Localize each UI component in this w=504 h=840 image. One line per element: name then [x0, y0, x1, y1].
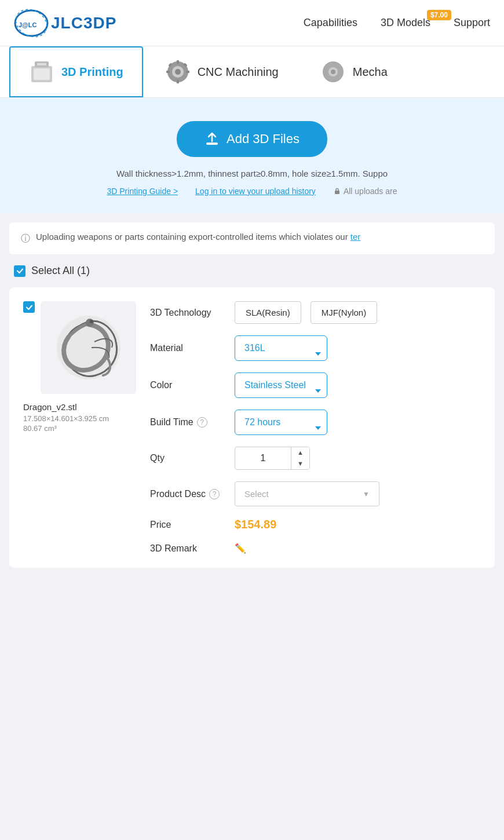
qty-label: Qty [150, 453, 225, 463]
product-desc-label: Product Desc ? [150, 489, 225, 499]
product-dimensions: 17.508×14.601×3.925 cm [23, 414, 109, 423]
qty-up-button[interactable]: ▲ [291, 447, 309, 458]
logo-area: J@LC JLC3DP [14, 7, 116, 39]
svg-rect-19 [206, 143, 218, 145]
upload-icon [204, 132, 220, 147]
nav-capabilities[interactable]: Capabilities [304, 17, 357, 29]
qty-control: 1 ▲ ▼ [235, 447, 310, 470]
logo-icon: J@LC [14, 7, 49, 39]
item-check-icon [25, 304, 33, 311]
build-time-select[interactable]: 72 hours [235, 410, 327, 435]
dragon-image [48, 307, 129, 388]
svg-point-9 [175, 69, 181, 75]
printing-guide-link[interactable]: 3D Printing Guide > [107, 187, 178, 196]
nav-models[interactable]: 3D Models [381, 17, 430, 28]
product-desc-help-icon[interactable]: ? [209, 489, 220, 499]
add-files-label: Add 3D Files [227, 132, 300, 147]
svg-text:J@LC: J@LC [19, 21, 37, 28]
material-dropdown-arrow [315, 352, 321, 356]
config-row-price: Price $154.89 [150, 518, 481, 531]
upload-links: 3D Printing Guide > Log in to view your … [107, 187, 397, 196]
upload-section: Add 3D Files Wall thickness>1.2mm, thinn… [0, 98, 504, 213]
tab-3d-printing-label: 3D Printing [61, 65, 123, 79]
config-row-technology: 3D Technology SLA(Resin) MJF(Nylon) [150, 301, 481, 324]
tab-cnc-machining[interactable]: CNC Machining [145, 46, 298, 97]
select-all-row: Select All (1) [0, 254, 504, 283]
nav-items: Capabilities 3D Models $7.00 Support [304, 17, 490, 29]
warning-icon: ⓘ [21, 233, 30, 245]
product-config: 3D Technology SLA(Resin) MJF(Nylon) Mate… [150, 301, 481, 554]
add-files-button[interactable]: Add 3D Files [177, 121, 327, 157]
color-label: Color [150, 380, 225, 390]
svg-point-18 [331, 70, 335, 74]
header: J@LC JLC3DP Capabilities 3D Models $7.00… [0, 0, 504, 46]
material-select[interactable]: 316L [235, 335, 327, 361]
svg-point-23 [90, 320, 93, 323]
product-volume: 80.67 cm³ [23, 424, 109, 433]
check-icon [16, 267, 24, 275]
product-card: Dragon_v2.stl 17.508×14.601×3.925 cm 80.… [9, 287, 495, 568]
svg-rect-10 [177, 60, 179, 64]
product-image-area [23, 301, 136, 394]
material-value: 316L [244, 343, 265, 353]
technology-label: 3D Technology [150, 308, 225, 318]
select-all-checkbox[interactable] [14, 265, 25, 277]
nav-badge: $7.00 [427, 10, 451, 20]
config-row-build-time: Build Time ? 72 hours [150, 410, 481, 435]
upload-history-link[interactable]: Log in to view your upload history [195, 187, 316, 196]
select-all-label: Select All (1) [31, 265, 90, 277]
tab-mechanical[interactable]: Mecha [301, 46, 407, 97]
config-row-color: Color Stainless Steel [150, 372, 481, 398]
product-left: Dragon_v2.stl 17.508×14.601×3.925 cm 80.… [23, 301, 136, 554]
remark-edit-icon[interactable]: ✏️ [235, 543, 246, 554]
product-info: Dragon_v2.stl 17.508×14.601×3.925 cm 80.… [23, 402, 109, 433]
product-thumbnail [41, 301, 136, 394]
nav-support[interactable]: Support [454, 17, 490, 29]
svg-rect-13 [186, 71, 189, 73]
config-row-qty: Qty 1 ▲ ▼ [150, 447, 481, 470]
color-dropdown-arrow [315, 389, 321, 393]
lock-icon [333, 187, 341, 195]
svg-rect-4 [34, 68, 50, 80]
build-time-value: 72 hours [244, 417, 280, 428]
svg-rect-11 [177, 80, 179, 83]
price-label: Price [150, 520, 225, 530]
tab-cnc-label: CNC Machining [198, 65, 279, 79]
upload-secure: All uploads are [333, 187, 397, 196]
config-row-remark: 3D Remark ✏️ [150, 543, 481, 554]
product-desc-placeholder: Select [244, 489, 269, 499]
color-value: Stainless Steel [244, 380, 306, 390]
material-label: Material [150, 343, 225, 353]
nav-models-wrapper[interactable]: 3D Models $7.00 [381, 17, 430, 29]
qty-value: 1 [235, 447, 291, 469]
build-time-dropdown-arrow [315, 426, 321, 430]
qty-arrows: ▲ ▼ [291, 447, 309, 469]
qty-down-button[interactable]: ▼ [291, 458, 309, 469]
tab-3d-printing[interactable]: 3D Printing [9, 46, 143, 97]
3d-printing-icon [29, 59, 54, 85]
remark-label: 3D Remark [150, 543, 225, 554]
service-tabs: 3D Printing CNC Machining Mecha [0, 46, 504, 98]
svg-rect-12 [166, 71, 170, 73]
mechanical-icon [320, 59, 346, 85]
logo-text: JLC3DP [51, 14, 116, 32]
price-value: $154.89 [235, 518, 276, 531]
tech-btn-sla[interactable]: SLA(Resin) [235, 301, 301, 324]
color-select[interactable]: Stainless Steel [235, 372, 327, 398]
product-filename: Dragon_v2.stl [23, 402, 109, 412]
cnc-icon [165, 59, 191, 85]
warning-banner: ⓘ Uploading weapons or parts containing … [9, 222, 495, 254]
item-checkbox[interactable] [23, 301, 35, 313]
tab-mechanical-label: Mecha [353, 65, 388, 79]
warning-link[interactable]: ter [350, 232, 361, 242]
svg-rect-6 [37, 63, 46, 65]
tech-btn-mjf[interactable]: MJF(Nylon) [311, 301, 378, 324]
build-time-label: Build Time ? [150, 417, 225, 428]
warning-text: Uploading weapons or parts containing ex… [36, 232, 360, 242]
svg-rect-20 [335, 191, 339, 194]
build-time-help-icon[interactable]: ? [197, 417, 207, 428]
config-row-material: Material 316L [150, 335, 481, 361]
config-row-product-desc: Product Desc ? Select ▼ [150, 481, 481, 506]
product-desc-select[interactable]: Select ▼ [235, 481, 379, 506]
upload-hint: Wall thickness>1.2mm, thinnest part≥0.8m… [116, 169, 388, 178]
